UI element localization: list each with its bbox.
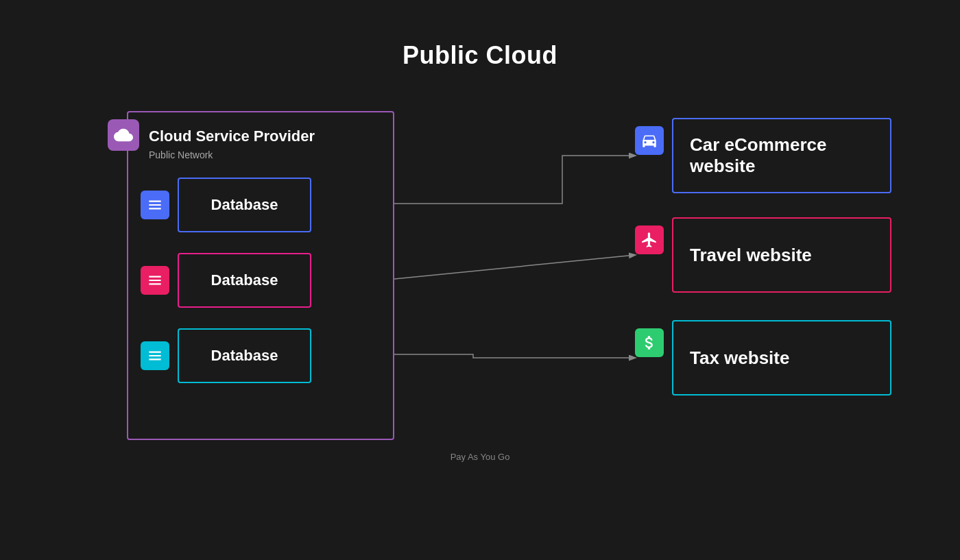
db-icon-2 [141, 266, 169, 295]
travel-website-box: Travel website [672, 217, 891, 293]
csp-title: Cloud Service Provider [149, 127, 315, 145]
db-row-2: Database [128, 253, 311, 308]
db-box-2: Database [178, 253, 311, 308]
db-box-1: Database [178, 178, 311, 232]
car-ecommerce-box: Car eCommerce website [672, 118, 891, 193]
car-website-label: Car eCommerce website [690, 134, 890, 177]
db-row-1: Database [128, 178, 311, 232]
db-row-3: Database [128, 328, 311, 383]
plane-icon-badge [635, 226, 664, 254]
db-icon-1 [141, 191, 169, 219]
tax-website-label: Tax website [690, 348, 789, 369]
db-icon-3 [141, 341, 169, 370]
db-box-3: Database [178, 328, 311, 383]
car-icon-badge [635, 126, 664, 155]
diagram-area: Cloud Service Provider Public Network Da… [0, 111, 960, 481]
cloud-icon [108, 119, 139, 151]
travel-website-label: Travel website [690, 245, 812, 266]
tax-website-box: Tax website [672, 320, 891, 395]
svg-line-0 [394, 255, 635, 279]
csp-subtitle: Public Network [149, 149, 213, 160]
pay-as-you-go-label: Pay As You Go [451, 452, 510, 462]
dollar-icon-badge [635, 328, 664, 357]
page-title: Public Cloud [0, 0, 960, 70]
csp-container: Cloud Service Provider Public Network Da… [127, 111, 394, 440]
